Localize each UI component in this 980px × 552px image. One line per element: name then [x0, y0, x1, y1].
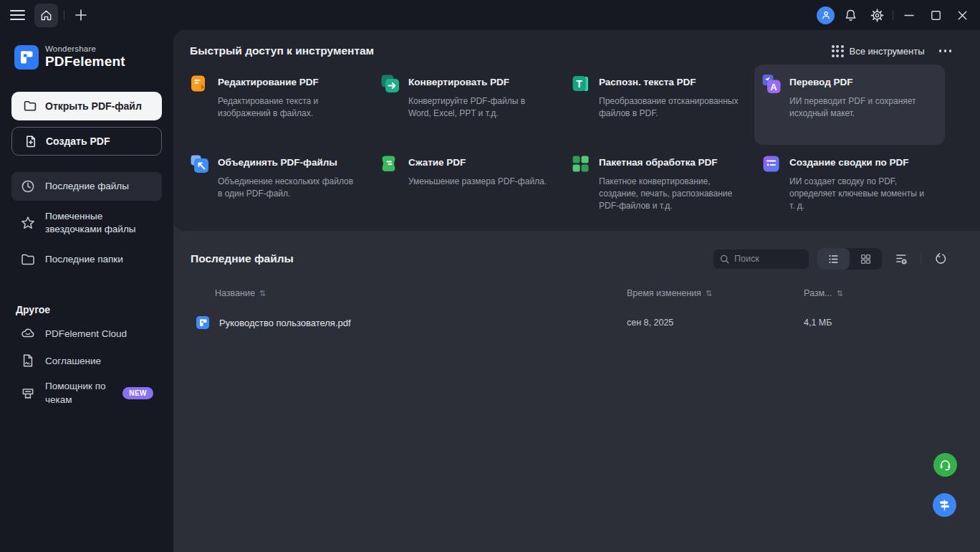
file-size: 4,1 МБ — [804, 318, 923, 328]
tool-desc: Преобразование отсканированных файлов в … — [599, 95, 739, 120]
controls-separator — [921, 253, 921, 265]
person-icon — [820, 9, 832, 21]
app-logo: Wondershare PDFelement — [14, 44, 162, 70]
edit-pdf-icon — [190, 74, 209, 93]
notifications-button[interactable] — [840, 4, 861, 26]
bell-icon — [844, 9, 858, 22]
quick-access-title: Быстрый доступ к инструментам — [190, 44, 374, 57]
tool-card-merge-pdf[interactable]: Объединять PDF-файлы Объединение несколь… — [183, 145, 373, 225]
grid-view-icon — [860, 253, 872, 265]
sidebar-item-recent-files[interactable]: Последние файлы — [11, 172, 162, 201]
sidebar-item-receipt-assistant[interactable]: Помощник по чекам NEW — [11, 374, 162, 411]
maximize-icon — [929, 9, 943, 22]
recent-files-section: Последние файлы — [173, 231, 980, 330]
gear-icon — [870, 9, 884, 22]
new-tab-button[interactable] — [70, 4, 92, 26]
compress-pdf-icon — [380, 154, 400, 173]
titlebar-separator — [893, 10, 893, 20]
agreement-icon — [20, 353, 36, 368]
column-header-name[interactable]: Название ⇅ — [191, 288, 627, 298]
sidebar-item-agreement[interactable]: Соглашение — [11, 347, 162, 374]
tool-title: Объединять PDF-файлы — [218, 157, 358, 168]
settings-button[interactable] — [866, 4, 888, 26]
tool-card-ocr-pdf[interactable]: T Распозн. текста PDF Преобразование отс… — [564, 65, 754, 145]
tool-desc: Редактирование текста и изображений в фа… — [218, 95, 358, 120]
open-pdf-label: Открыть PDF-файл — [45, 100, 142, 112]
pdf-file-icon — [196, 315, 210, 330]
more-options-button[interactable] — [938, 47, 953, 55]
headset-icon — [938, 458, 952, 472]
svg-text:A: A — [770, 82, 777, 92]
tool-card-translate-pdf[interactable]: A Перевод PDF ИИ переводит PDF и сохраня… — [754, 65, 945, 145]
search-box[interactable] — [714, 249, 809, 269]
refresh-icon — [934, 252, 947, 265]
list-view-icon — [827, 253, 840, 265]
list-view-button[interactable] — [817, 248, 850, 270]
sort-icon: ⇅ — [706, 289, 712, 298]
sort-icon: ⇅ — [259, 289, 266, 298]
hamburger-menu-icon[interactable] — [7, 4, 29, 26]
home-icon — [39, 9, 53, 22]
sidebar: Wondershare PDFelement Открыть PDF-файл … — [0, 30, 173, 552]
pdfelement-logo-icon — [14, 45, 39, 70]
refresh-button[interactable] — [930, 248, 951, 270]
minimize-button[interactable] — [898, 4, 920, 26]
folder-open-icon — [23, 99, 37, 113]
create-pdf-button[interactable]: Создать PDF — [11, 127, 162, 156]
document-plus-icon — [24, 134, 38, 148]
grid-view-button[interactable] — [850, 248, 882, 270]
column-header-modified[interactable]: Время изменения ⇅ — [627, 288, 804, 298]
other-section-title: Другое — [16, 304, 162, 315]
all-tools-button[interactable]: Все инструменты — [832, 45, 925, 57]
home-tab-button[interactable] — [34, 4, 58, 27]
tool-desc: Конвертируйте PDF-файлы в Word, Excel, P… — [408, 95, 549, 120]
summary-pdf-icon — [762, 154, 781, 173]
brand-pdfelement: PDFelement — [45, 54, 125, 70]
batch-pdf-icon — [571, 154, 590, 173]
tool-desc: Уменьшение размера PDF-файла. — [408, 176, 547, 188]
receipt-icon — [20, 386, 36, 401]
table-row[interactable]: Руководство пользователя.pdf сен 8, 2025… — [191, 315, 923, 330]
sidebar-item-label: Последние папки — [45, 253, 123, 266]
translate-pdf-icon: A — [762, 74, 781, 93]
sidebar-item-label: Соглашение — [45, 356, 101, 366]
convert-pdf-icon — [380, 74, 400, 93]
tool-card-batch-pdf[interactable]: Пакетная обработка PDF Пакетное конверти… — [564, 145, 754, 225]
sidebar-item-label: Помощник по чекам — [45, 380, 113, 406]
titlebar-separator — [64, 10, 64, 20]
brand-wondershare: Wondershare — [45, 44, 125, 53]
open-pdf-button[interactable]: Открыть PDF-файл — [11, 92, 162, 120]
sidebar-item-recent-folders[interactable]: Последние папки — [11, 245, 162, 274]
file-modified: сен 8, 2025 — [627, 318, 804, 328]
account-avatar[interactable] — [817, 6, 835, 24]
file-table: Название ⇅ Время изменения ⇅ Разм... ⇅ — [191, 288, 980, 330]
column-label: Время изменения — [627, 288, 701, 298]
column-header-size[interactable]: Разм... ⇅ — [804, 288, 923, 298]
support-button[interactable] — [933, 453, 957, 477]
merge-pdf-icon — [190, 154, 209, 173]
close-button[interactable] — [951, 4, 973, 26]
quick-access-panel: Быстрый доступ к инструментам Все инстру… — [173, 30, 980, 231]
sidebar-item-pdfelement-cloud[interactable]: PDFelement Cloud — [11, 320, 162, 347]
create-pdf-label: Создать PDF — [46, 135, 110, 147]
tool-card-convert-pdf[interactable]: Конвертировать PDF Конвертируйте PDF-фай… — [373, 65, 564, 145]
clear-list-icon — [895, 252, 908, 265]
file-name: Руководство пользователя.pdf — [219, 318, 351, 328]
maximize-button[interactable] — [925, 4, 946, 26]
recent-files-title: Последние файлы — [191, 252, 294, 265]
tool-card-edit-pdf[interactable]: Редактирование PDF Редактирование текста… — [183, 65, 373, 145]
folder-icon — [20, 252, 36, 267]
tool-card-compress-pdf[interactable]: Сжатие PDF Уменьшение размера PDF-файла. — [373, 145, 564, 225]
sidebar-item-label: Последние файлы — [45, 180, 129, 193]
guide-button[interactable] — [933, 493, 956, 517]
search-input[interactable] — [734, 254, 799, 264]
tool-title: Пакетная обработка PDF — [599, 157, 739, 168]
tool-desc: Объединение нескольких файлов в один PDF… — [218, 176, 358, 200]
tool-title: Конвертировать PDF — [408, 77, 549, 87]
clear-list-button[interactable] — [890, 248, 912, 270]
tool-card-summary-pdf[interactable]: Создание сводки по PDF ИИ создает сводку… — [754, 145, 945, 225]
star-icon — [20, 215, 36, 231]
column-label: Название — [215, 288, 255, 298]
column-label: Разм... — [804, 288, 832, 298]
sidebar-item-starred-files[interactable]: Помеченные звездочками файлы — [11, 204, 162, 242]
